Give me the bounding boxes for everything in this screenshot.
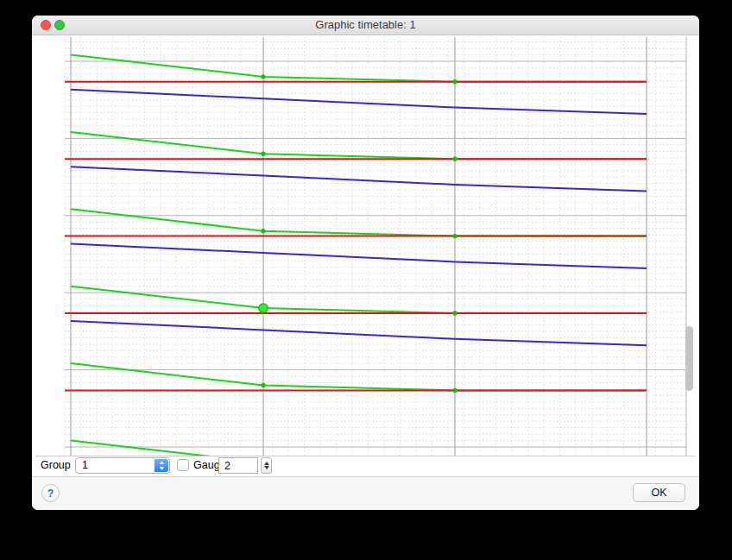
group-label: Group: [41, 459, 71, 471]
dropdown-arrows-icon: [155, 459, 168, 472]
stepper-down-icon[interactable]: [264, 466, 269, 469]
gauge-value-field[interactable]: 2: [218, 457, 258, 474]
gauge-value: 2: [224, 460, 230, 472]
desktop-background: Graphic timetable: 1 Group 1 Gauge 2: [0, 0, 732, 560]
vertical-scrollbar-thumb[interactable]: [685, 326, 693, 391]
group-dropdown[interactable]: 1: [75, 457, 170, 474]
selected-stop-dot[interactable]: [259, 304, 268, 312]
chart-area: [35, 35, 695, 456]
stop-dot[interactable]: [452, 79, 457, 84]
controls-row: Group 1 Gauge 2: [32, 456, 699, 477]
help-button[interactable]: ?: [41, 484, 60, 502]
gauge-stepper[interactable]: [261, 457, 272, 474]
graphic-timetable-window: Graphic timetable: 1 Group 1 Gauge 2: [32, 16, 699, 510]
group-dropdown-value: 1: [82, 459, 88, 471]
gauge-checkbox[interactable]: [177, 459, 189, 471]
stop-dot[interactable]: [452, 234, 457, 238]
stop-dot[interactable]: [452, 388, 457, 393]
bottom-bar: ? OK: [32, 476, 699, 510]
help-label: ?: [47, 488, 54, 500]
window-title: Graphic timetable: 1: [32, 16, 699, 35]
stop-dot[interactable]: [452, 311, 457, 315]
ok-button[interactable]: OK: [633, 483, 685, 502]
stop-dot[interactable]: [261, 152, 265, 156]
train-line-1234[interactable]: [71, 441, 263, 456]
stop-dot[interactable]: [261, 383, 265, 387]
chart-grid: [65, 37, 686, 456]
stop-dot[interactable]: [261, 229, 265, 233]
stop-dot[interactable]: [452, 157, 457, 161]
timetable-chart[interactable]: [35, 35, 695, 456]
window-titlebar[interactable]: Graphic timetable: 1: [32, 16, 699, 35]
stepper-up-icon[interactable]: [264, 462, 269, 465]
stop-dot[interactable]: [261, 74, 265, 79]
